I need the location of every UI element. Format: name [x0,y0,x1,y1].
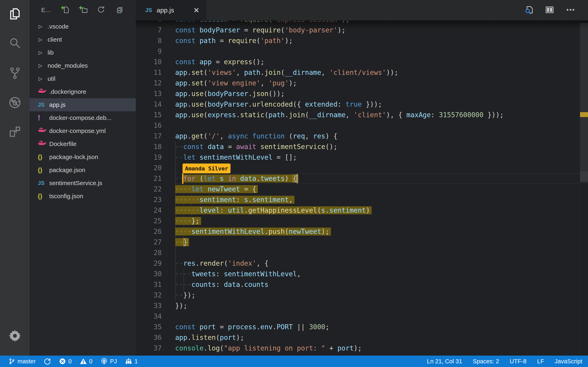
liveshare-selection: ······level: util.getHappinessLevel(s.se… [175,206,370,214]
status-indentation[interactable]: Spaces: 2 [473,358,499,365]
code-line-24[interactable]: 24······level: util.getHappinessLevel(s.… [136,205,580,216]
open-search-button[interactable] [523,5,534,16]
folder-util[interactable]: ▷util [30,72,136,85]
code-line-30[interactable]: 30····tweets: sentimentWithLevel, [136,269,580,279]
code-line-23[interactable]: 23······sentiment: s.sentiment, [136,194,580,205]
folder-node-modules[interactable]: ▷node_modules [30,59,136,72]
code-line-14[interactable]: 14app.use(bodyParser.urlencoded({ extend… [136,99,580,110]
warning-icon [80,358,87,365]
line-number: 16 [136,120,162,131]
line-number: 28 [136,248,162,258]
code-line-18[interactable]: 18··const data = await sentimentService(… [136,142,580,152]
line-number: 29 [136,258,162,269]
status-live-share[interactable]: PJ [101,358,117,365]
code-line-8[interactable]: 8const path = require('path'); [136,35,580,46]
file-dockerfile[interactable]: Dockerfile [30,137,136,150]
close-icon[interactable] [192,6,200,14]
activity-item-explorer[interactable] [0,2,30,26]
error-icon [59,358,66,365]
file--dockerignore[interactable]: .dockerignore [30,85,136,98]
code-text: app.set('view engine', 'pug'); [175,78,297,89]
status-label: 0 [89,358,93,365]
js-file-icon: JS [38,102,49,108]
split-editor-button[interactable] [544,5,555,16]
code-line-21[interactable]: 21··for (let s in data.tweets) { [136,173,580,184]
code-line-29[interactable]: 29··res.render('index', { [136,258,580,269]
folder-client[interactable]: ▷client [30,33,136,46]
code-line-27[interactable]: 27··} [136,237,580,248]
status-encoding[interactable]: UTF-8 [510,358,527,365]
code-line-35[interactable]: 35const port = process.env.PORT || 3000; [136,322,580,332]
liveshare-selection: for (let s in data.tweets) { [183,175,297,183]
file-package-json[interactable]: {}package.json [30,164,136,176]
code-text: ····counts: data.counts [175,279,268,290]
code-line-7[interactable]: 7const bodyParser = require('body-parser… [136,25,580,35]
scrollbar-thumb[interactable] [580,23,588,182]
new-folder-button[interactable] [77,4,89,16]
line-number: 22 [136,184,162,194]
code-line-11[interactable]: 11app.set('views', path.join(__dirname, … [136,67,580,78]
code-line-16[interactable]: 16 [136,120,580,131]
status-warnings[interactable]: 0 [80,358,93,365]
collapse-all-button[interactable] [113,4,125,16]
file-package-lock-json[interactable]: {}package-lock.json [30,150,136,164]
status-bar-right: Ln 21, Col 31Spaces: 2UTF-8LFJavaScript [427,358,588,365]
code-line-17[interactable]: 17app.get('/', async function (req, res)… [136,131,580,142]
code-line-15[interactable]: 15app.use(express.static(path.join(__dir… [136,110,580,120]
scrollbar[interactable] [580,20,588,356]
file-tsconfig-json[interactable]: {}tsconfig.json [30,190,136,203]
folder--vscode[interactable]: ▷.vscode [30,20,136,33]
code-line-36[interactable]: 36app.listen(port); [136,332,580,343]
code-line-10[interactable]: 10const app = express(); [136,57,580,67]
code-line-26[interactable]: 26····sentimentWithLevel.push(newTweet); [136,226,580,237]
code-line-28[interactable]: 28 [136,248,580,258]
activity-item-extensions[interactable] [0,120,30,145]
status-cursor-position[interactable]: Ln 21, Col 31 [427,358,462,365]
more-actions-button[interactable] [565,5,576,16]
status-git-branch[interactable]: master [8,358,36,365]
activity-item-search[interactable] [0,32,30,56]
chevron-right-icon: ▷ [39,63,48,68]
code-line-37[interactable]: 37console.log("app listening on port: " … [136,343,580,354]
activity-item-debug[interactable] [0,91,30,115]
code-line-33[interactable]: 33}); [136,300,580,311]
code-line-13[interactable]: 13app.use(bodyParser.json()); [136,89,580,99]
settings-gear-button[interactable] [0,325,30,347]
file-docker-compose-yml[interactable]: docker-compose.yml [30,124,136,137]
code-text: console.log("app listening on port: " + … [175,343,362,354]
line-number: 14 [136,99,162,110]
code-text: app.use(bodyParser.json()); [175,89,285,99]
status-language-mode[interactable]: JavaScript [555,358,582,365]
status-label: master [17,358,36,365]
activity-item-source-control[interactable] [0,61,30,86]
line-number: 35 [136,322,162,332]
tab-appjs[interactable]: JS app.js [136,0,206,20]
refresh-button[interactable] [95,4,107,16]
activity-bar [0,0,30,356]
code-line-31[interactable]: 31····counts: data.counts [136,279,580,290]
file-app-js[interactable]: JSapp.js [30,98,136,111]
code-line-32[interactable]: 32··}); [136,290,580,300]
status-errors[interactable]: 0 [59,358,72,365]
liveshare-participant-flag[interactable]: Amanda Silver [182,164,231,173]
code-line-12[interactable]: 12app.set('view engine', 'pug'); [136,78,580,89]
search-document-icon [524,5,534,15]
code-line-22[interactable]: 22····let newTweet = { [136,184,580,194]
code-line-34[interactable]: 34 [136,311,580,322]
code-text: app.listen(port); [175,332,244,343]
line-number: 21 [136,173,162,184]
status-sync[interactable] [44,358,51,365]
folder-lib[interactable]: ▷lib [30,46,136,59]
code-text: app.use(express.static(path.join(__dirna… [175,110,504,120]
file-sentimentservice-js[interactable]: JSsentimentService.js [30,176,136,190]
code-line-19[interactable]: 19··let sentimentWithLevel = []; [136,152,580,163]
new-file-button[interactable] [59,4,71,16]
status-eol[interactable]: LF [537,358,544,365]
file-docker-compose-deb-[interactable]: !docker-compose.deb... [30,111,136,124]
code-line-9[interactable]: 9 [136,46,580,57]
status-participants[interactable]: 1 [125,358,138,365]
code-line-25[interactable]: 25····}; [136,216,580,226]
status-label: 0 [68,358,72,365]
editor[interactable]: 6const session = require('express-sessio… [136,0,588,356]
code-text: app.set('views', path.join(__dirname, 'c… [175,67,398,78]
